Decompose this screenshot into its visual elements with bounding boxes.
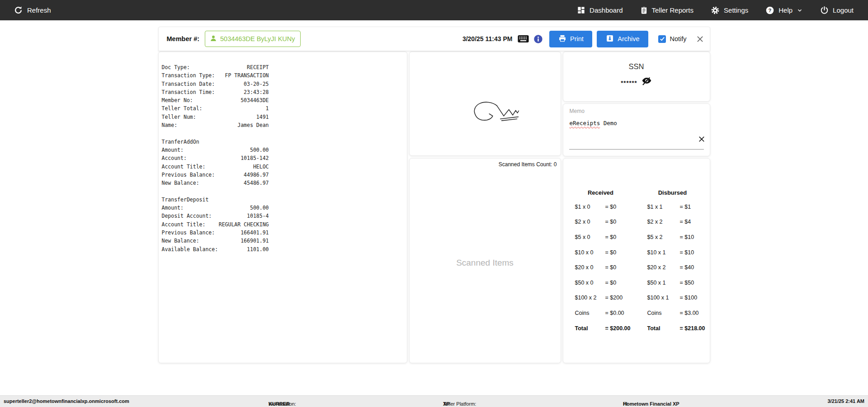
signature-drawing bbox=[470, 99, 520, 129]
cash-cell: $50 x 0 bbox=[575, 280, 605, 286]
cash-cell: $50 x 1 bbox=[647, 280, 680, 286]
cash-cell: $1 x 1 bbox=[647, 204, 680, 210]
cash-cell: = $10 bbox=[680, 249, 707, 256]
ssn-title: SSN bbox=[563, 62, 710, 71]
signature-panel[interactable] bbox=[409, 51, 561, 156]
cash-cell: = $200.00 bbox=[605, 325, 647, 332]
cash-cell: = $0 bbox=[605, 280, 647, 286]
cash-cell: = $0 bbox=[605, 234, 647, 240]
cash-cell: = $0 bbox=[605, 264, 647, 271]
receipt-line: Account Title:HELOC bbox=[162, 164, 269, 172]
cash-summary-panel: Received Disbursed $1 x 0= $0$1 x 1= $1$… bbox=[563, 158, 710, 363]
receipt-line: Amount:500.00 bbox=[162, 205, 269, 213]
cash-cell: = $10 bbox=[680, 234, 707, 240]
memo-clear-icon[interactable] bbox=[698, 136, 705, 144]
receipt-line: Account Title:REGULAR CHECKING bbox=[162, 221, 269, 229]
nav-teller-reports[interactable]: Teller Reports bbox=[640, 6, 694, 15]
gear-icon bbox=[711, 6, 720, 15]
nav-help[interactable]: ? Help bbox=[765, 6, 803, 15]
printer-icon bbox=[558, 34, 566, 44]
cash-cell: $2 x 2 bbox=[647, 219, 680, 225]
receipt-line: Deposit Account:10185-4 bbox=[162, 213, 269, 221]
notify-toggle[interactable]: Notify bbox=[658, 35, 686, 43]
receipt-line: TranferAddOn bbox=[162, 139, 269, 147]
nav-settings-label: Settings bbox=[724, 6, 748, 14]
keyboard-icon[interactable] bbox=[518, 35, 529, 43]
receipt-line: TransferDeposit bbox=[162, 196, 269, 205]
receipt-line: Transaction Date:03-20-25 bbox=[162, 81, 269, 89]
clipboard-icon bbox=[640, 6, 648, 15]
cash-cell: = $218.00 bbox=[680, 325, 707, 332]
info-icon[interactable] bbox=[533, 34, 543, 44]
cash-cell: $100 x 2 bbox=[575, 295, 605, 301]
memo-input-underline bbox=[569, 149, 704, 150]
print-button[interactable]: Print bbox=[549, 31, 592, 47]
notify-checkbox[interactable] bbox=[658, 35, 666, 43]
receipt-line: Doc Type:RECEIPT bbox=[162, 64, 269, 72]
print-label: Print bbox=[570, 35, 584, 42]
cash-cell: = $0 bbox=[605, 204, 647, 210]
archive-button[interactable]: Archive bbox=[597, 31, 648, 47]
eye-off-icon[interactable] bbox=[642, 75, 652, 88]
cash-cell: $5 x 0 bbox=[575, 234, 605, 240]
scanned-items-panel[interactable]: Scanned Items Count: 0 Scanned Items bbox=[409, 158, 561, 363]
ssn-panel: SSN ****** bbox=[563, 51, 710, 102]
receipt-line: Name:James Dean bbox=[162, 122, 269, 130]
ssn-masked-value: ****** bbox=[621, 80, 637, 86]
cash-cell: Coins bbox=[575, 310, 605, 316]
cash-cell: $5 x 2 bbox=[647, 234, 680, 240]
cash-cell: = $0 bbox=[605, 219, 647, 225]
disbursed-header: Disbursed bbox=[641, 189, 704, 196]
dashboard-icon bbox=[577, 6, 585, 14]
receipt-line: Member No:5034463DE bbox=[162, 97, 269, 105]
notify-label: Notify bbox=[670, 35, 686, 42]
svg-text:?: ? bbox=[769, 8, 772, 13]
cash-cell: = $100 bbox=[680, 295, 707, 301]
refresh-button[interactable]: Refresh bbox=[14, 5, 51, 15]
receipt-line: Previous Balance:44986.97 bbox=[162, 172, 269, 180]
receipt-line: Account:10185-142 bbox=[162, 155, 269, 163]
cash-cell: $10 x 0 bbox=[575, 249, 605, 256]
nav-dashboard[interactable]: Dashboard bbox=[577, 6, 623, 14]
refresh-label: Refresh bbox=[27, 6, 51, 14]
memo-panel[interactable]: Memo eReceipts Demo bbox=[563, 103, 710, 156]
cash-cell: = $3.00 bbox=[680, 310, 707, 316]
nav-logout[interactable]: Logout bbox=[820, 6, 854, 14]
top-navbar: Refresh Dashboard Teller Reports Setting… bbox=[0, 0, 868, 20]
memo-text[interactable]: eReceipts Demo bbox=[570, 120, 703, 126]
status-datetime: 3/21/25 2:41 AM bbox=[827, 398, 864, 404]
receipt-line: Transaction Type:FP TRANSACTION bbox=[162, 72, 269, 80]
cash-cell: = $200 bbox=[605, 295, 647, 301]
receipt-line: Teller Num:1491 bbox=[162, 114, 269, 122]
cash-cell: $20 x 0 bbox=[575, 264, 605, 271]
nav-settings[interactable]: Settings bbox=[711, 6, 748, 15]
cash-cell: Total bbox=[647, 325, 680, 332]
receipt-line: Amount:500.00 bbox=[162, 147, 269, 155]
cash-grid: $1 x 0= $0$1 x 1= $1$2 x 0= $0$2 x 2= $4… bbox=[575, 199, 707, 336]
logged-in-user: superteller2@hometownfinancialxp.onmicro… bbox=[4, 398, 129, 404]
archive-icon bbox=[606, 34, 614, 44]
cash-cell: $10 x 1 bbox=[647, 249, 680, 256]
memo-text-rest: Demo bbox=[600, 120, 617, 126]
cash-cell: $2 x 0 bbox=[575, 219, 605, 225]
nav-dashboard-label: Dashboard bbox=[590, 6, 623, 14]
receipt-line: New Balance:166901.91 bbox=[162, 238, 269, 246]
cash-cell: = $50 bbox=[680, 280, 707, 286]
receipt-line: Teller Total:1 bbox=[162, 105, 269, 113]
receipt-line: Transaction Time:23:43:28 bbox=[162, 89, 269, 97]
scanned-items-count: Scanned Items Count: 0 bbox=[499, 161, 557, 168]
nav-logout-label: Logout bbox=[833, 6, 854, 14]
scanned-items-placeholder: Scanned Items bbox=[410, 258, 561, 268]
cash-cell: = $1 bbox=[680, 204, 707, 210]
member-action-bar: Member #: 5034463DE ByLyJI KUNy 3/20/25 … bbox=[158, 27, 710, 51]
cash-cell: = $40 bbox=[680, 264, 707, 271]
memo-misspelled-word: eReceipts bbox=[570, 120, 600, 126]
refresh-icon bbox=[14, 5, 23, 15]
member-number-value: 5034463DE ByLyJI KUNy bbox=[220, 35, 295, 42]
cash-cell: $20 x 2 bbox=[647, 264, 680, 271]
member-number-field[interactable]: 5034463DE ByLyJI KUNy bbox=[205, 31, 301, 47]
close-icon[interactable] bbox=[697, 36, 703, 42]
receipt-line bbox=[162, 188, 269, 196]
cash-cell: $1 x 0 bbox=[575, 204, 605, 210]
receipt-line bbox=[162, 130, 269, 138]
